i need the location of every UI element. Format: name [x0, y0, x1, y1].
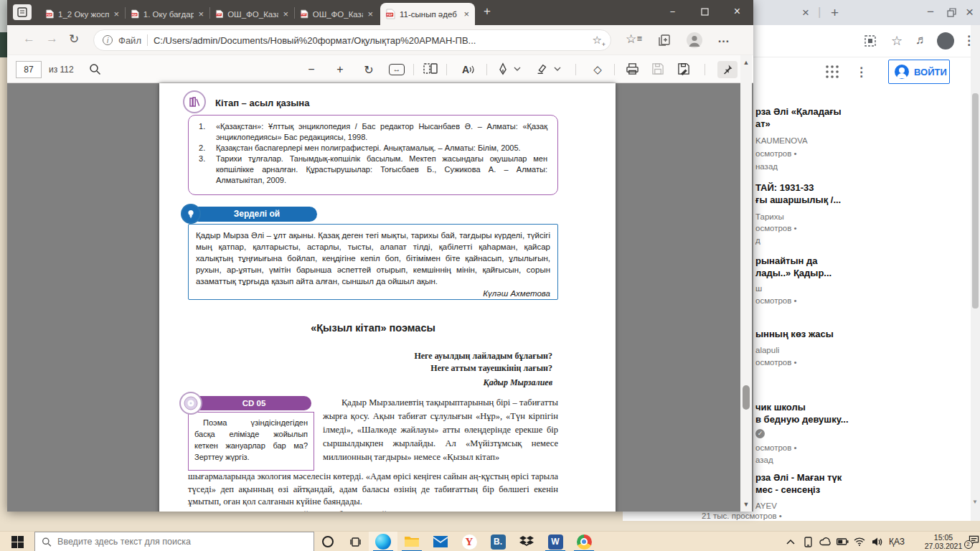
bg-scrollbar-thumb[interactable] [972, 93, 979, 309]
tab-actions-button[interactable] [13, 4, 32, 20]
tray-onedrive[interactable] [816, 532, 834, 551]
video-title[interactable]: рынайтын да [755, 255, 818, 266]
task-view-button[interactable] [341, 532, 369, 551]
taskbar-edge-button[interactable] [369, 532, 397, 551]
yt-settings-dots-icon[interactable]: ⋮ [855, 65, 867, 80]
apps-grid-icon[interactable] [825, 65, 839, 79]
scroll-up-icon[interactable]: ▲ [740, 57, 752, 68]
tab-active[interactable]: PDF 11-сынып әдеб × [380, 3, 475, 25]
page-view-icon[interactable] [423, 62, 438, 75]
favorites-hub-icon[interactable]: ☆≣ [626, 32, 643, 47]
bg-restore-button[interactable] [947, 8, 956, 17]
erase-icon[interactable]: ◇ [588, 61, 607, 78]
tab-3[interactable]: PDF ОШ_ФО_Казахск × [210, 3, 294, 25]
video-title[interactable]: ат» [755, 118, 771, 129]
read-aloud-icon[interactable]: A [458, 61, 479, 78]
video-title[interactable]: рза Әлі «Қаладағы [755, 106, 842, 117]
taskbar-explorer-button[interactable] [397, 532, 426, 551]
tray-wifi[interactable] [851, 532, 868, 551]
minimize-button[interactable]: − [656, 0, 689, 23]
draw-pen-chevron-icon[interactable] [514, 67, 521, 72]
pdf-scrollbar[interactable]: ▲ ▼ [740, 55, 752, 512]
tray-language[interactable]: ҚАЗ [885, 532, 908, 551]
search-icon[interactable] [89, 63, 101, 75]
video-title[interactable]: ТАЙ: 1931-33 [755, 182, 814, 193]
info-icon[interactable]: i [103, 35, 113, 45]
refresh-icon[interactable]: ↻ [69, 32, 79, 47]
video-channel[interactable]: KAUMENOVA [755, 136, 808, 145]
address-bar[interactable]: i Файл C:/Users/admin/Documents/Новый%20… [93, 29, 611, 51]
close-window-button[interactable]: × [721, 0, 753, 23]
video-title[interactable]: ынның көз жасы [755, 329, 834, 339]
tab-4[interactable]: PDF ОШ_ФО_Казахс × [295, 3, 379, 25]
bg-minimize-button[interactable]: − [927, 5, 934, 19]
tray-volume[interactable] [868, 532, 885, 551]
scroll-down-icon[interactable]: ▼ [740, 499, 752, 510]
forward-icon[interactable]: → [46, 32, 58, 46]
add-favorite-icon[interactable]: ☆+ [593, 34, 602, 47]
taskbar-vk-button[interactable]: B. [484, 532, 512, 551]
video-title[interactable]: рза Әлі - Маған түк [755, 472, 842, 483]
tray-clock[interactable]: 15:05 27.03.2021 [918, 532, 969, 551]
highlighter-chevron-icon[interactable] [554, 67, 561, 72]
pin-toolbar-icon[interactable] [717, 61, 738, 78]
signin-button[interactable]: ВОЙТИ [888, 60, 950, 84]
tab-close-icon[interactable]: × [113, 9, 119, 19]
video-title[interactable]: лады..» Қадыр... [755, 268, 831, 278]
taskbar-yandex-button[interactable]: Y [455, 532, 484, 551]
video-channel-verified[interactable]: ✓ [755, 428, 765, 438]
start-button[interactable] [0, 532, 34, 551]
collections-icon[interactable] [657, 33, 672, 47]
taskbar-chrome-button[interactable] [570, 532, 598, 551]
bg-scrollbar[interactable]: ▼ [971, 25, 980, 521]
video-title[interactable]: в бедную девушку... [755, 414, 849, 425]
tab-close-icon[interactable]: × [198, 9, 204, 19]
bg-close-button[interactable]: × [966, 4, 974, 20]
bg-scroll-down-icon[interactable]: ▼ [972, 499, 978, 505]
new-tab-button[interactable]: + [484, 4, 491, 19]
rotate-icon[interactable]: ↻ [360, 61, 377, 78]
video-channel[interactable]: Тарихы [755, 212, 784, 221]
tray-your-phone[interactable] [799, 532, 816, 551]
cortana-button[interactable] [314, 532, 341, 551]
tab-close-icon[interactable]: × [463, 9, 469, 19]
maximize-button[interactable] [689, 0, 721, 23]
bg-tab-close-icon[interactable]: × [802, 6, 809, 20]
video-title[interactable]: ғы ашаршылық /... [755, 194, 841, 205]
tray-show-hidden[interactable] [782, 532, 799, 551]
zoom-in-icon[interactable]: + [331, 61, 349, 78]
taskbar-mail-button[interactable] [426, 532, 455, 551]
taskbar-search[interactable] [34, 532, 314, 551]
back-icon[interactable]: ← [23, 32, 35, 46]
music-playlist-icon[interactable]: ♬ [915, 33, 928, 47]
video-title[interactable]: чик школы [755, 402, 806, 413]
save-as-icon[interactable] [677, 62, 690, 75]
tray-battery[interactable] [834, 532, 851, 551]
tab-1[interactable]: PDF 1_2 Оку жоспар × [40, 3, 125, 25]
taskbar-word-button[interactable]: W [541, 532, 570, 551]
video-channel[interactable]: AYEV [755, 501, 777, 510]
draw-pen-icon[interactable] [496, 62, 509, 75]
browser-menu-dots-icon[interactable]: … [717, 32, 730, 46]
taskbar-search-input[interactable] [57, 537, 307, 547]
print-icon[interactable] [626, 62, 639, 75]
save-icon[interactable] [651, 62, 664, 75]
bg-profile-avatar[interactable] [937, 32, 954, 50]
video-channel[interactable]: ш [755, 284, 762, 293]
screenshot-frame-icon[interactable] [864, 34, 877, 47]
fit-width-icon[interactable]: ↔ [387, 61, 406, 78]
pdf-scrollbar-thumb[interactable] [743, 385, 750, 410]
zoom-out-icon[interactable]: − [303, 61, 320, 78]
video-channel[interactable]: alapuli [755, 346, 779, 354]
tab-close-icon[interactable]: × [367, 9, 373, 19]
bg-new-tab-button[interactable]: + [831, 5, 839, 21]
bookmark-star-icon[interactable]: ☆ [891, 33, 903, 49]
page-number-input[interactable] [16, 61, 42, 78]
tab-2[interactable]: PDF 1. Оку бағдарла × [126, 3, 209, 25]
highlighter-icon[interactable] [535, 62, 548, 75]
taskbar-dropbox-button[interactable] [512, 532, 541, 551]
video-title[interactable]: мес - сенсеңіз [755, 484, 820, 495]
profile-avatar-icon[interactable] [686, 32, 703, 49]
tab-close-icon[interactable]: × [283, 9, 288, 19]
action-center-button[interactable]: 2 [967, 532, 980, 551]
